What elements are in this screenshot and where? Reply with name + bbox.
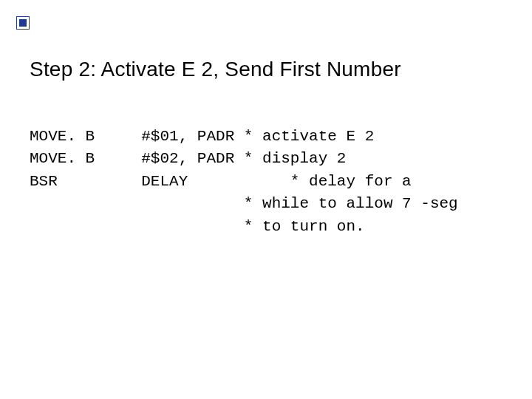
svg-rect-1 xyxy=(19,19,27,27)
slide-heading: Step 2: Activate E 2, Send First Number xyxy=(30,58,401,81)
corner-bullet-icon xyxy=(16,16,30,30)
assembly-code-block: MOVE. B #$01, PADR * activate E 2 MOVE. … xyxy=(30,126,458,238)
